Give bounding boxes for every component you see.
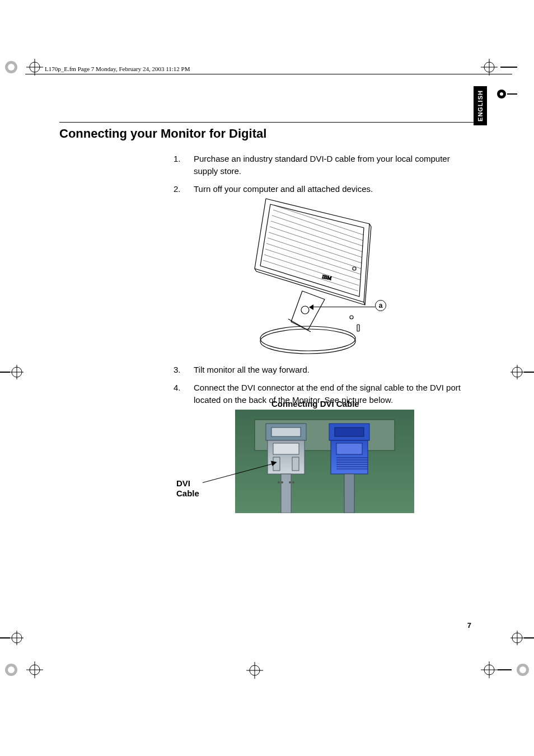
figure-monitor: IBM (235, 193, 397, 361)
language-tab-label: ENGLISH (477, 90, 484, 121)
svg-point-29 (8, 666, 15, 673)
regmark-left-mid (0, 364, 25, 381)
callout-a-leader (311, 307, 375, 307)
svg-point-58 (350, 316, 353, 319)
svg-rect-63 (271, 428, 301, 436)
dvi-cable-label-l2: Cable (176, 489, 199, 498)
svg-line-49 (271, 221, 363, 252)
svg-point-41 (519, 666, 526, 673)
section-rule (59, 122, 474, 123)
regmark-right-mid (509, 364, 534, 381)
svg-point-10 (500, 92, 503, 96)
regmark-left-lower (0, 630, 25, 646)
svg-point-53 (301, 306, 309, 314)
step-1-text: Purchase an industry standard DVI-D cabl… (194, 154, 450, 176)
regmark-right-upper (495, 88, 517, 100)
dvi-cable-label-l1: DVI (176, 478, 190, 488)
step-3: 3.Tilt monitor all the way forward. (174, 364, 476, 376)
svg-line-47 (269, 232, 362, 263)
svg-point-73 (289, 481, 291, 483)
svg-line-48 (270, 227, 362, 257)
language-tab: ENGLISH (474, 86, 487, 125)
header-rule (25, 74, 512, 74)
regmark-top-right (478, 56, 517, 78)
step-3-text: Tilt monitor all the way forward. (194, 365, 310, 374)
figure-dvi-ports (235, 410, 414, 513)
svg-text:IBM: IBM (322, 274, 332, 281)
regmark-bottom-right (478, 656, 534, 684)
svg-rect-69 (292, 457, 299, 471)
regmark-bottom-center (243, 659, 266, 682)
dvi-cable-label: DVI Cable (176, 478, 199, 499)
svg-rect-67 (273, 443, 299, 454)
svg-point-72 (281, 481, 283, 483)
figure-2-caption: Connecting DVI Cable (271, 399, 359, 408)
svg-point-1 (8, 64, 15, 71)
step-3-number: 3. (174, 364, 181, 376)
svg-point-71 (278, 481, 280, 483)
page-header-text: L170p_E.fm Page 7 Monday, February 24, 2… (45, 65, 190, 72)
svg-rect-76 (336, 443, 362, 454)
svg-line-52 (274, 205, 364, 235)
svg-point-57 (353, 267, 356, 270)
regmark-top-left (0, 53, 45, 81)
page-number: 7 (467, 621, 471, 630)
step-4-number: 4. (174, 382, 181, 394)
svg-rect-70 (281, 474, 291, 513)
svg-point-54 (260, 329, 355, 354)
svg-line-45 (266, 243, 360, 274)
regmark-right-lower (509, 630, 534, 646)
svg-line-43 (264, 255, 359, 285)
step-1: 1.Purchase an industry standard DVI-D ca… (174, 153, 476, 177)
svg-line-50 (272, 215, 363, 246)
callout-a: a (375, 300, 386, 311)
svg-rect-83 (344, 474, 354, 513)
svg-rect-59 (357, 325, 359, 331)
section-title: Connecting your Monitor for Digital (59, 126, 266, 141)
regmark-bottom-left (0, 656, 45, 684)
svg-line-46 (268, 238, 361, 269)
svg-line-44 (265, 249, 360, 280)
callout-a-arrow (309, 304, 313, 310)
step-2-number: 2. (174, 183, 181, 195)
svg-point-74 (292, 481, 294, 483)
step-1-number: 1. (174, 153, 181, 165)
step-2-text: Turn off your computer and all attached … (194, 184, 373, 194)
svg-line-51 (273, 210, 363, 241)
svg-rect-65 (335, 428, 364, 436)
